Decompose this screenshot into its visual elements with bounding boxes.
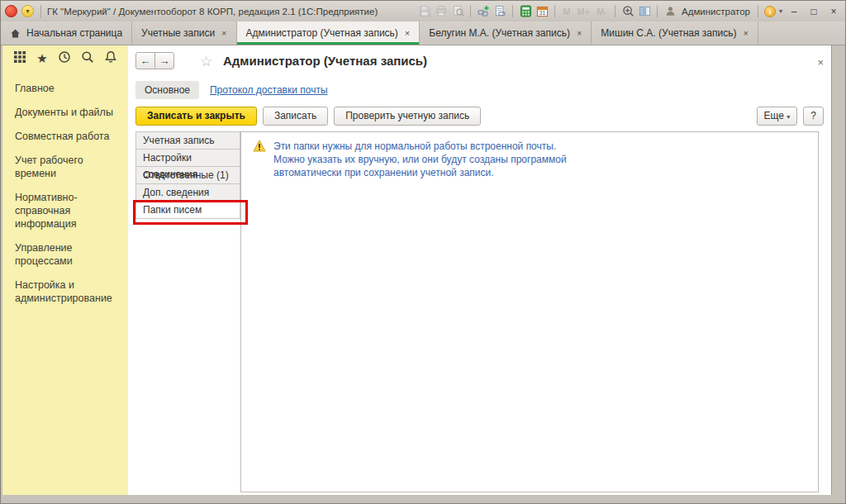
- nav-mail-delivery-protocol-link[interactable]: Протокол доставки почты: [210, 84, 328, 96]
- close-icon[interactable]: ×: [577, 28, 582, 38]
- side-tab-account[interactable]: Учетная запись: [135, 131, 240, 150]
- tab-label: Мишин С.А. (Учетная запись): [601, 27, 736, 39]
- warning-icon: [253, 140, 266, 179]
- form-side-tabs: Учетная запись Настройки соединения Отве…: [135, 131, 240, 219]
- divider: [470, 5, 471, 17]
- sidebar-toolbar: ★: [2, 45, 128, 72]
- divider: [554, 5, 555, 17]
- sidebar-item-collaboration[interactable]: Совместная работа: [15, 130, 123, 143]
- warning-text: Эти папки нужны для нормальной работы вс…: [273, 140, 567, 179]
- check-account-button[interactable]: Проверить учетную запись: [334, 107, 481, 126]
- warning-message: Эти папки нужны для нормальной работы вс…: [253, 140, 818, 179]
- current-user-label[interactable]: Администратор: [682, 7, 750, 17]
- tab-label: Учетные записи: [141, 27, 215, 39]
- svg-text:31: 31: [539, 10, 546, 16]
- caret-down-icon: ▾: [787, 113, 790, 121]
- close-icon[interactable]: ×: [405, 28, 410, 38]
- caret-down-icon[interactable]: ▾: [779, 7, 782, 15]
- close-button[interactable]: ×: [825, 4, 842, 19]
- notifications-bell-icon[interactable]: [104, 50, 117, 67]
- side-tab-mail-folders[interactable]: Папки писем: [135, 201, 240, 219]
- sidebar-item-reference-info[interactable]: Нормативно-справочная информация: [15, 191, 123, 231]
- divider: [40, 5, 41, 18]
- forward-button[interactable]: →: [154, 52, 174, 69]
- tab-content-panel: Эти папки нужны для нормальной работы вс…: [240, 131, 819, 492]
- divider: [615, 5, 615, 17]
- back-button[interactable]: ←: [135, 52, 155, 69]
- go-to-link-icon[interactable]: [493, 5, 506, 18]
- close-icon[interactable]: ×: [221, 28, 226, 38]
- page-title: Администратор (Учетная запись): [223, 54, 427, 68]
- memory-m-plus-button: M+: [576, 7, 592, 17]
- help-button[interactable]: ?: [803, 107, 824, 126]
- tab-accounts[interactable]: Учетные записи ×: [132, 21, 236, 45]
- minimize-button[interactable]: –: [786, 4, 802, 19]
- user-icon: [663, 5, 677, 18]
- app-window: ▾ ГК "Меркурий" / Документооборот 8 КОРП…: [0, 0, 846, 504]
- zoom-icon[interactable]: [621, 5, 634, 18]
- save-button[interactable]: Записать: [263, 107, 328, 126]
- sidebar-menu: Главное Документы и файлы Совместная раб…: [2, 82, 128, 305]
- sidebar-item-time-tracking[interactable]: Учет рабочего времени: [15, 154, 123, 180]
- caret-down-icon: ▾: [26, 7, 29, 15]
- side-tab-connection-settings[interactable]: Настройки соединения: [135, 149, 240, 167]
- menu-grid-icon[interactable]: [13, 50, 26, 67]
- sidebar-item-settings-administration[interactable]: Настройка и администрирование: [15, 278, 123, 305]
- split-columns-icon[interactable]: [638, 5, 651, 18]
- main-area: ★ Главное Документы и файлы Совместная р…: [2, 45, 832, 495]
- favorite-star-icon[interactable]: ☆: [200, 53, 212, 70]
- print-preview-icon: [451, 5, 464, 18]
- tab-home[interactable]: Начальная страница: [1, 21, 132, 45]
- side-tab-responsible[interactable]: Ответственные (1): [135, 166, 240, 184]
- sidebar-item-documents-files[interactable]: Документы и файлы: [15, 106, 123, 119]
- save-icon: [418, 5, 431, 18]
- print-icon: [435, 5, 448, 18]
- sidebar-item-process-management[interactable]: Управление процессами: [15, 241, 123, 268]
- form-area: ← → ☆ Администратор (Учетная запись) × О…: [128, 45, 831, 495]
- divider: [512, 5, 513, 17]
- app-logo-1c-icon: [5, 5, 17, 17]
- title-bar: ▾ ГК "Меркурий" / Документооборот 8 КОРП…: [1, 1, 845, 21]
- tab-label: Начальная страница: [26, 27, 122, 39]
- titlebar-toolbar: 31 M M+ M- Администратор i ▾ – □ ×: [418, 4, 842, 19]
- more-button[interactable]: Еще ▾: [757, 107, 798, 126]
- save-and-close-button[interactable]: Записать и закрыть: [135, 107, 257, 126]
- history-nav: ← →: [135, 52, 174, 69]
- tab-bar: Начальная страница Учетные записи × Адми…: [1, 21, 845, 45]
- search-icon[interactable]: [81, 50, 94, 67]
- nav-basic[interactable]: Основное: [135, 81, 199, 99]
- tab-administrator-account[interactable]: Администратор (Учетная запись) ×: [237, 21, 421, 45]
- calculator-icon[interactable]: [519, 5, 532, 18]
- close-icon[interactable]: ×: [743, 28, 748, 38]
- add-favorite-icon[interactable]: [477, 5, 490, 18]
- calendar-icon[interactable]: 31: [535, 5, 549, 18]
- home-icon: [10, 28, 21, 39]
- sidebar: ★ Главное Документы и файлы Совместная р…: [2, 45, 128, 495]
- window-title: ГК "Меркурий" / Документооборот 8 КОРП, …: [47, 7, 378, 17]
- tab-mishin-account[interactable]: Мишин С.А. (Учетная запись) ×: [592, 21, 758, 45]
- form-nav: Основное Протокол доставки почты: [135, 81, 328, 99]
- memory-m-button: M: [561, 7, 572, 17]
- history-clock-icon[interactable]: [58, 50, 71, 67]
- form-close-icon[interactable]: ×: [817, 56, 824, 69]
- memory-m-minus-button: M-: [595, 7, 609, 17]
- command-bar: Записать и закрыть Записать Проверить уч…: [135, 107, 824, 126]
- tab-label: Администратор (Учетная запись): [246, 27, 398, 39]
- sidebar-item-main[interactable]: Главное: [15, 82, 123, 95]
- divider: [758, 5, 758, 17]
- maximize-button[interactable]: □: [806, 4, 822, 19]
- tab-belugin-account[interactable]: Белугин М.А. (Учетная запись) ×: [420, 21, 592, 45]
- side-tab-additional-info[interactable]: Доп. сведения: [135, 183, 240, 202]
- divider: [657, 5, 658, 17]
- favorites-star-icon[interactable]: ★: [36, 51, 47, 66]
- info-icon[interactable]: i: [764, 6, 776, 17]
- main-menu-button[interactable]: ▾: [21, 5, 34, 17]
- tab-label: Белугин М.А. (Учетная запись): [429, 27, 570, 39]
